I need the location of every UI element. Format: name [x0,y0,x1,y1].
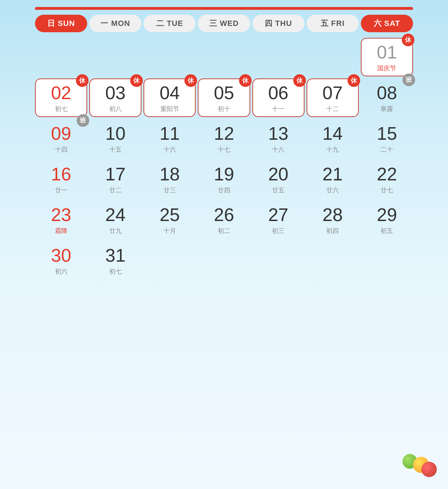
cal-cell-empty_w5_3[interactable] [144,241,196,280]
cal-cell-empty_w5_6[interactable] [307,241,359,280]
lunar-day14: 十九 [326,145,339,154]
lunar-day18: 廿三 [163,186,176,194]
dow-cell-sun[interactable]: 日 SUN [35,15,87,32]
cal-cell-day21[interactable]: 21廿六 [307,160,359,198]
cal-cell-empty_w5_7[interactable] [361,241,413,280]
lunar-day07: 十二 [326,105,339,113]
cal-cell-day25[interactable]: 25十月 [144,200,196,239]
cal-cell-empty6[interactable] [307,38,359,76]
cal-cell-empty_w5_4[interactable] [198,241,250,280]
cal-cell-day09[interactable]: 班09十四 [35,119,87,158]
cal-cell-empty3[interactable] [144,38,196,76]
cal-cell-empty1[interactable] [35,38,87,76]
day-num-day05: 05 [214,83,234,103]
day-num-day13: 13 [268,124,288,144]
lunar-day27: 初三 [272,227,285,235]
day-num-day08: 08 [377,83,397,103]
badge-day07: 休 [348,74,360,87]
cal-cell-day20[interactable]: 20廿五 [252,160,304,198]
dow-cell-wed[interactable]: 三 WED [198,15,250,32]
cal-cell-day02[interactable]: 休02初七 [35,78,87,117]
cal-cell-day19[interactable]: 19廿四 [198,160,250,198]
cal-cell-day01[interactable]: 休01国庆节 [361,38,413,76]
cal-cell-day12[interactable]: 12十七 [198,119,250,158]
cal-cell-day17[interactable]: 17廿二 [89,160,141,198]
cal-cell-day14[interactable]: 14十九 [307,119,359,158]
lunar-day19: 廿四 [218,186,230,194]
lunar-day16: 廿一 [55,186,68,194]
cal-cell-day04[interactable]: 休04重阳节 [144,78,196,117]
top-bar [35,7,413,10]
lunar-day28: 初四 [326,227,339,235]
day-num-day09: 09 [51,124,71,144]
lunar-day10: 十五 [109,145,122,154]
day-num-day14: 14 [322,124,343,144]
lunar-day12: 十七 [218,145,230,154]
cal-cell-day18[interactable]: 18廿三 [144,160,196,198]
cal-cell-day23[interactable]: 23霜降 [35,200,87,239]
badge-day06: 休 [293,74,306,87]
cal-cell-empty5[interactable] [252,38,304,76]
cal-cell-day24[interactable]: 24廿九 [89,200,141,239]
cal-cell-empty4[interactable] [198,38,250,76]
day-num-day25: 25 [160,205,180,225]
lunar-day31: 初七 [109,267,122,276]
day-num-day30: 30 [51,246,71,266]
fruit-decoration [402,454,438,482]
fruit-red [421,462,437,477]
cal-cell-day30[interactable]: 30初六 [35,241,87,280]
day-num-day19: 19 [214,164,234,184]
day-num-day01: 01 [377,42,397,62]
lunar-day09: 十四 [55,145,68,154]
badge-day01: 休 [402,34,414,46]
day-num-day03: 03 [105,83,126,103]
cal-cell-day03[interactable]: 休03初八 [89,78,141,117]
cal-cell-day10[interactable]: 10十五 [89,119,141,158]
day-num-day10: 10 [105,124,126,144]
dow-cell-sat[interactable]: 六 SAT [361,15,413,32]
cal-cell-day15[interactable]: 15二十 [361,119,413,158]
day-num-day16: 16 [51,164,71,184]
cal-cell-day08[interactable]: 班08寒露 [361,78,413,117]
cal-cell-day07[interactable]: 休07十二 [307,78,359,117]
lunar-day21: 廿六 [326,186,339,194]
lunar-day17: 廿二 [109,186,122,194]
lunar-day11: 十六 [163,145,176,154]
dow-cell-thu[interactable]: 四 THU [252,15,304,32]
cal-cell-day05[interactable]: 休05初十 [198,78,250,117]
lunar-day13: 十八 [272,145,285,154]
lunar-day04: 重阳节 [160,105,179,113]
cal-cell-day28[interactable]: 28初四 [307,200,359,239]
day-num-day28: 28 [322,205,343,225]
day-num-day20: 20 [268,164,288,184]
cal-cell-day16[interactable]: 16廿一 [35,160,87,198]
cal-cell-day11[interactable]: 11十六 [144,119,196,158]
cal-cell-day26[interactable]: 26初二 [198,200,250,239]
lunar-day01: 国庆节 [377,64,396,73]
day-num-day04: 04 [160,83,180,103]
lunar-day20: 廿五 [272,186,285,194]
cal-cell-day27[interactable]: 27初三 [252,200,304,239]
day-num-day12: 12 [214,124,234,144]
dow-cell-tue[interactable]: 二 TUE [144,15,196,32]
badge-day02: 休 [76,74,89,87]
cal-cell-day29[interactable]: 29初五 [361,200,413,239]
cal-cell-day13[interactable]: 13十八 [252,119,304,158]
cal-cell-day22[interactable]: 22廿七 [361,160,413,198]
badge-day03: 休 [130,74,143,87]
day-num-day02: 02 [51,83,71,103]
day-num-day11: 11 [160,124,180,144]
cal-cell-day06[interactable]: 休06十一 [252,78,304,117]
dow-cell-fri[interactable]: 五 FRI [307,15,359,32]
dow-cell-mon[interactable]: 一 MON [89,15,141,32]
day-num-day15: 15 [377,124,397,144]
day-num-day31: 31 [105,246,126,266]
day-num-day06: 06 [268,83,288,103]
calendar-grid: 休01国庆节休02初七休03初八休04重阳节休05初十休06十一休07十二班08… [35,36,413,287]
cal-cell-empty_w5_5[interactable] [252,241,304,280]
cal-cell-empty2[interactable] [89,38,141,76]
lunar-day26: 初二 [218,227,230,235]
day-num-day29: 29 [377,205,397,225]
day-num-day23: 23 [51,205,71,225]
cal-cell-day31[interactable]: 31初七 [89,241,141,280]
